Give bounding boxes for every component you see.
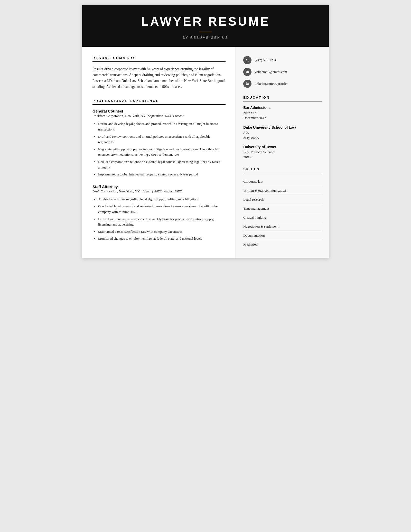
skills-section: SKILLS Corporate law Written & oral comm… [243,167,322,249]
skill-item: Critical thinking [243,213,322,222]
edu-detail-duke-1: J.D. [243,130,322,135]
education-section: EDUCATION Bar Admissions New York Decemb… [243,96,322,160]
edu-detail-ut-1: B.A. Political Science [243,150,322,155]
resume-title: LAWYER RESUME [92,14,319,29]
skill-item: Time management [243,204,322,213]
job-bullets-2: Advised executives regarding legal right… [92,197,226,241]
edu-institution-ut: University of Texas [243,145,322,149]
contact-phone: (212) 555-1234 [243,56,322,64]
job-block-1: General Counsel Rockford Corporation, Ne… [92,109,226,177]
skill-item: Legal research [243,195,322,204]
bullet-item: Conducted legal research and reviewed tr… [98,203,226,214]
bullet-item: Maintained a 95% satisfaction rate with … [98,229,226,235]
bullet-item: Advised executives regarding legal right… [98,197,226,202]
bullet-item: Draft and review contracts and internal … [98,134,226,145]
education-section-title: EDUCATION [243,96,322,101]
edu-block-ut: University of Texas B.A. Political Scien… [243,145,322,160]
linkedin-text: linkedin.com/in/profile/ [255,82,288,86]
job-bullets-1: Define and develop legal policies and pr… [92,121,226,177]
job-meta-2: BAC Corporation, New York, NY | January … [92,189,226,193]
summary-section: RESUME SUMMARY Results-driven corporate … [92,56,226,90]
edu-detail-bar-1: New York [243,110,322,115]
edu-institution-duke: Duke University School of Law [243,125,322,129]
edu-detail-bar-2: December 20XX [243,115,322,120]
phone-text: (212) 555-1234 [255,58,276,62]
job-title-2: Staff Attorney [92,184,226,189]
experience-section: PROFESSIONAL EXPERIENCE General Counsel … [92,99,226,241]
resume-document: LAWYER RESUME BY RESUME GENIUS RESUME SU… [82,5,329,258]
resume-body: RESUME SUMMARY Results-driven corporate … [82,47,329,258]
bullet-item: Reduced corporation's reliance on extern… [98,159,226,170]
summary-section-title: RESUME SUMMARY [92,56,226,62]
title-divider [199,32,212,32]
contact-email: your.email@email.com [243,68,322,76]
contact-section: (212) 555-1234 your.email@email.com [243,56,322,88]
skill-item: Negotiation & settlement [243,222,322,231]
contact-linkedin: linkedin.com/in/profile/ [243,80,322,88]
phone-icon [243,56,251,64]
skill-item: Mediation [243,240,322,249]
job-dates-2: January 20XX–August 20XX [142,189,182,193]
job-company-2: BAC Corporation, New York, NY [92,189,140,193]
bullet-item: Monitored changes to employment law at f… [98,236,226,241]
edu-detail-ut-2: 20XX [243,155,322,160]
job-block-2: Staff Attorney BAC Corporation, New York… [92,184,226,241]
edu-institution-bar: Bar Admissions [243,106,322,110]
bullet-item: Define and develop legal policies and pr… [98,121,226,132]
linkedin-icon [243,80,251,88]
edu-block-duke: Duke University School of Law J.D. May 2… [243,125,322,141]
edu-block-bar: Bar Admissions New York December 20XX [243,106,322,121]
skills-section-title: SKILLS [243,167,322,173]
skill-item: Corporate law [243,177,322,186]
email-text: your.email@email.com [255,70,287,74]
skill-item: Documentation [243,231,322,240]
job-title-1: General Counsel [92,109,226,113]
experience-section-title: PROFESSIONAL EXPERIENCE [92,99,226,105]
resume-subtitle: BY RESUME GENIUS [92,36,319,40]
left-column: RESUME SUMMARY Results-driven corporate … [82,47,235,258]
bullet-item: Implemented a global intellectual proper… [98,172,226,177]
bullet-item: Drafted and renewed agreements on a week… [98,216,226,227]
edu-detail-duke-2: May 20XX [243,135,322,140]
job-dates-1: September 20XX–Present [148,114,183,118]
resume-header: LAWYER RESUME BY RESUME GENIUS [82,5,329,47]
right-column: (212) 555-1234 your.email@email.com [235,47,329,258]
summary-text: Results-driven corporate lawyer with 8+ … [92,66,226,90]
job-company-1: Rockford Corporation, New York, NY [92,114,146,118]
skill-item: Written & oral communication [243,186,322,195]
job-meta-1: Rockford Corporation, New York, NY | Sep… [92,114,226,118]
email-icon [243,68,251,76]
bullet-item: Negotiate with opposing parties to avoid… [98,146,226,157]
